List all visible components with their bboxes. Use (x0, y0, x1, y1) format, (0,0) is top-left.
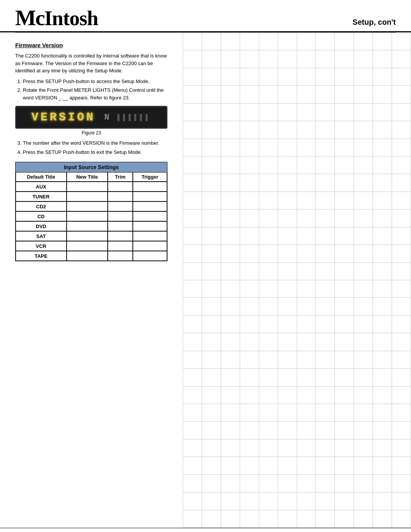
grid-cell (259, 68, 278, 86)
grid-cell (316, 404, 335, 422)
grid-cell (183, 492, 202, 510)
cell-trigger (133, 221, 167, 231)
grid-cell (221, 316, 240, 333)
cell-new-title (67, 192, 108, 201)
grid-cell (240, 104, 259, 121)
grid-cell (354, 404, 373, 422)
cell-trim (108, 192, 133, 201)
grid-cell (316, 86, 335, 103)
grid-cell (316, 245, 335, 262)
grid-cell (335, 439, 354, 457)
cell-trigger (133, 192, 167, 201)
grid-cell (240, 510, 259, 528)
grid-cell (373, 404, 392, 422)
grid-cell (297, 351, 316, 369)
grid-cell (297, 333, 316, 351)
grid-cell (297, 316, 316, 333)
firmware-steps-list-2: The number after the word VERSION is the… (15, 139, 167, 156)
grid-cell (221, 192, 240, 209)
grid-cell (183, 227, 202, 245)
display-dim-text: N ▌▌▌▌▌▌ (98, 113, 151, 122)
grid-cell (354, 33, 373, 50)
grid-cell (221, 280, 240, 298)
col-header-new-title: New Title (67, 172, 108, 182)
grid-cell (240, 50, 259, 68)
grid-cell (278, 316, 297, 333)
grid-cell (259, 104, 278, 121)
grid-cell (202, 227, 221, 245)
grid-cell (316, 422, 335, 439)
grid-cell (316, 33, 335, 50)
cell-default-title: CD (16, 211, 67, 221)
grid-cell (392, 209, 411, 227)
grid-cell (259, 316, 278, 333)
table-title: Input Source Settings (16, 162, 167, 172)
grid-cell (354, 298, 373, 315)
grid-cell (259, 263, 278, 280)
grid-cell (278, 174, 297, 192)
cell-trigger (133, 201, 167, 211)
grid-cell (335, 351, 354, 369)
grid-cell (221, 86, 240, 103)
cell-trigger (133, 211, 167, 221)
grid-cell (202, 298, 221, 315)
grid-cell (335, 422, 354, 439)
grid-cell (335, 121, 354, 139)
grid-cell (240, 157, 259, 174)
grid-cell (373, 333, 392, 351)
grid-cell (392, 475, 411, 492)
grid-cell (335, 263, 354, 280)
cell-new-title (67, 231, 108, 241)
right-grid (183, 33, 411, 528)
grid-cell (183, 192, 202, 209)
grid-cell (259, 174, 278, 192)
grid-cell (392, 457, 411, 474)
grid-cell (297, 50, 316, 68)
grid-cell (392, 439, 411, 457)
grid-cell (221, 351, 240, 369)
grid-cell (354, 104, 373, 121)
grid-cell (373, 209, 392, 227)
cell-trigger (133, 231, 167, 241)
grid-cell (183, 263, 202, 280)
grid-cell (202, 121, 221, 139)
grid-cell (202, 104, 221, 121)
grid-cell (297, 457, 316, 474)
grid-cell (221, 174, 240, 192)
grid-cell (202, 280, 221, 298)
section-title: Setup, con't (352, 18, 396, 29)
grid-cell (316, 50, 335, 68)
grid-cell (354, 333, 373, 351)
grid-cell (354, 68, 373, 86)
grid-cell (202, 157, 221, 174)
grid-cell (392, 227, 411, 245)
cell-default-title: TAPE (16, 251, 67, 261)
grid-cell (240, 492, 259, 510)
grid-cell (202, 351, 221, 369)
grid-cell (202, 192, 221, 209)
grid-cell (316, 263, 335, 280)
grid-cell (316, 157, 335, 174)
grid-cell (392, 174, 411, 192)
grid-cell (297, 263, 316, 280)
grid-cell (297, 439, 316, 457)
grid-cell (183, 475, 202, 492)
grid-cell (373, 68, 392, 86)
grid-cell (278, 404, 297, 422)
grid-cell (221, 50, 240, 68)
grid-cell (259, 475, 278, 492)
grid-cell (278, 192, 297, 209)
grid-cell (259, 422, 278, 439)
grid-cell (202, 33, 221, 50)
grid-cell (278, 68, 297, 86)
grid-cell (259, 50, 278, 68)
firmware-steps-list: Press the SETUP Push-button to access th… (15, 78, 167, 102)
page-header: McIntosh Setup, con't (0, 0, 411, 32)
grid-cell (373, 492, 392, 510)
grid-cell (354, 174, 373, 192)
grid-cell (297, 157, 316, 174)
cell-default-title: TUNER (16, 192, 67, 201)
grid-cell (373, 280, 392, 298)
grid-cell (335, 369, 354, 386)
grid-cell (202, 174, 221, 192)
